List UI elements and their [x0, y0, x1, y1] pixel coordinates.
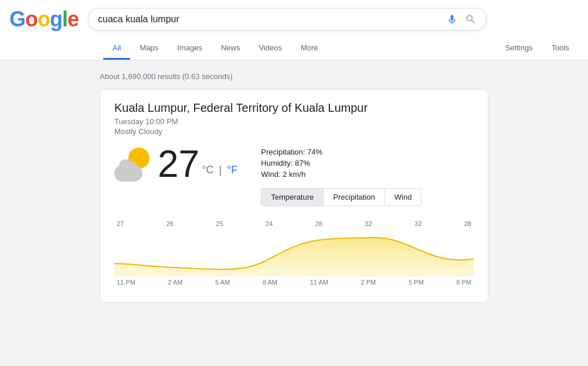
chart-label-bottom-2: 5 AM — [215, 279, 230, 286]
weather-card: Kuala Lumpur, Federal Territory of Kuala… — [100, 89, 488, 303]
weather-datetime: Tuesday 10:00 PM — [114, 117, 474, 126]
chart-label-bottom-0: 11 PM — [117, 279, 135, 286]
wind-stat: Wind: 2 km/h — [261, 170, 422, 179]
weather-temp-block: 27°C | °F — [158, 145, 237, 183]
temp-unit-f[interactable]: °F — [227, 164, 237, 176]
mic-icon[interactable] — [446, 13, 458, 25]
chart-tab-temperature[interactable]: Temperature — [261, 188, 324, 206]
main-content: About 1,690,000 results (0.63 seconds) K… — [0, 60, 588, 310]
chart-label-top-4: 28 — [315, 220, 322, 227]
temperature-value: 27 — [158, 143, 199, 185]
weather-left: 27°C | °F — [114, 145, 237, 183]
google-logo[interactable]: Google — [9, 7, 79, 32]
chart-label-top-1: 26 — [166, 220, 174, 227]
logo-letter-o2: o — [38, 7, 50, 31]
search-icon[interactable] — [465, 13, 477, 25]
chart-bottom-labels: 11 PM 2 AM 5 AM 8 AM 11 AM 2 PM 5 PM 8 P… — [114, 279, 474, 286]
chart-label-top-5: 32 — [365, 220, 372, 227]
chart-area — [114, 238, 474, 276]
chart-label-bottom-1: 2 AM — [168, 279, 182, 286]
chart-label-top-3: 24 — [266, 220, 273, 227]
nav-tabs: All Maps Images News Videos More Setting… — [103, 37, 579, 60]
tab-images[interactable]: Images — [168, 37, 212, 60]
temp-unit-c[interactable]: °C — [202, 164, 213, 176]
chart-tab-precipitation[interactable]: Precipitation — [324, 188, 385, 206]
weather-condition: Mostly Cloudy — [114, 127, 474, 136]
tab-more[interactable]: More — [291, 37, 328, 60]
tab-news[interactable]: News — [212, 37, 250, 60]
chart-svg — [114, 230, 474, 276]
chart-tab-wind[interactable]: Wind — [385, 188, 422, 206]
weather-main: 27°C | °F Precipitation: 74% Humidity: 8… — [114, 145, 474, 211]
chart-label-bottom-5: 2 PM — [361, 279, 376, 286]
chart-label-top-2: 25 — [216, 220, 223, 227]
chart-svg-wrapper — [114, 230, 474, 276]
weather-icon — [114, 145, 152, 183]
cloud-icon — [114, 165, 142, 182]
chart-label-top-7: 28 — [464, 220, 471, 227]
weather-right: Precipitation: 74% Humidity: 87% Wind: 2… — [261, 145, 422, 211]
chart-tabs: Temperature Precipitation Wind — [261, 188, 422, 206]
chart-top-labels: 27 26 25 24 28 32 32 28 — [114, 220, 474, 227]
tab-maps[interactable]: Maps — [130, 37, 168, 60]
search-input[interactable] — [98, 14, 446, 25]
results-count: About 1,690,000 results (0.63 seconds) — [100, 72, 488, 81]
logo-letter-l: l — [62, 7, 67, 31]
chart-label-bottom-3: 8 AM — [263, 279, 277, 286]
logo-letter-e: e — [67, 7, 79, 31]
chart-label-bottom-7: 8 PM — [456, 279, 471, 286]
chart-label-top-0: 27 — [117, 220, 124, 227]
logo-letter-g2: g — [50, 7, 62, 31]
chart-label-bottom-6: 5 PM — [409, 279, 424, 286]
tab-videos[interactable]: Videos — [249, 37, 291, 60]
humidity-stat: Humidity: 87% — [261, 159, 422, 167]
nav-right: Settings Tools — [496, 37, 579, 60]
tab-settings[interactable]: Settings — [496, 37, 542, 60]
precipitation-stat: Precipitation: 74% — [261, 148, 422, 156]
unit-separator: | — [216, 164, 225, 176]
logo-letter-g: G — [9, 7, 25, 31]
tab-all[interactable]: All — [103, 37, 130, 60]
tab-tools[interactable]: Tools — [542, 37, 579, 60]
logo-letter-o1: o — [25, 7, 38, 31]
search-icons — [446, 13, 477, 25]
temperature-chart: 27 26 25 24 28 32 32 28 — [114, 220, 474, 290]
chart-label-top-6: 32 — [414, 220, 422, 227]
search-bar — [88, 8, 487, 30]
header-top: Google — [9, 7, 579, 32]
header: Google All Maps Images News Videos More … — [0, 0, 588, 60]
chart-label-bottom-4: 11 AM — [310, 279, 328, 286]
weather-location: Kuala Lumpur, Federal Territory of Kuala… — [114, 101, 474, 115]
